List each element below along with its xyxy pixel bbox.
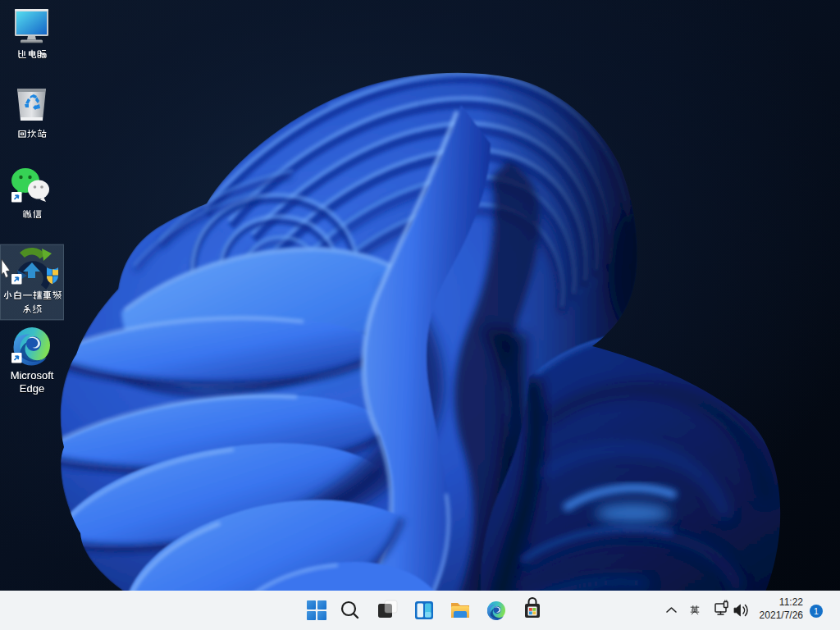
svg-text:2021/7/26: 2021/7/26 (760, 609, 804, 621)
svg-text:Edge: Edge (20, 382, 44, 395)
svg-text:Microsoft: Microsoft (11, 369, 54, 381)
svg-text:1: 1 (814, 606, 819, 616)
svg-text:11:22: 11:22 (779, 596, 803, 608)
